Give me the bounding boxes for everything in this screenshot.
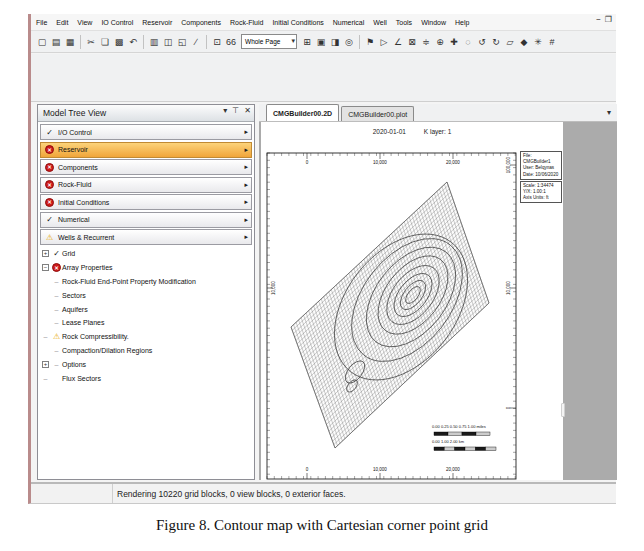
splitter-handle[interactable] (561, 403, 565, 417)
warning-icon (51, 332, 62, 341)
section-list: I/O Control▸Reservoir▸Components▸Rock-Fl… (39, 124, 253, 247)
expand-plus-icon[interactable]: + (40, 250, 51, 257)
probe-icon[interactable]: ⚑ (363, 34, 377, 49)
fit-window-icon[interactable]: ⊡ (210, 34, 224, 49)
tree-item-sectors[interactable]: –Sectors (40, 288, 252, 302)
menu-item-edit[interactable]: Edit (56, 19, 68, 26)
menu-item-numerical[interactable]: Numerical (333, 19, 365, 26)
pointer-icon[interactable]: ▷ (377, 34, 391, 49)
menu-item-components[interactable]: Components (181, 19, 221, 26)
pin-icon[interactable]: ⊤ (232, 106, 239, 115)
menu-item-reservoir[interactable]: Reservoir (142, 19, 172, 26)
chevron-down-icon[interactable]: ▾ (223, 106, 227, 115)
invalid-status-icon (45, 198, 54, 207)
block-select-icon[interactable]: ⊠ (405, 34, 419, 49)
expand-arrow-icon[interactable]: ▸ (244, 181, 248, 189)
minimize-icon[interactable]: − (596, 15, 601, 24)
expand-arrow-icon[interactable]: ▸ (244, 128, 248, 136)
layers-icon[interactable]: ≑ (419, 34, 433, 49)
expand-arrow-icon[interactable]: ▸ (244, 198, 248, 206)
menu-item-initial-conditions[interactable]: Initial Conditions (272, 19, 323, 26)
expand-arrow-icon[interactable]: ▸ (244, 163, 248, 171)
rotate-cw-icon[interactable]: ↻ (489, 34, 503, 49)
paste-icon[interactable]: ▩ (112, 34, 126, 49)
tree-item-lease-planes[interactable]: –Lease Planes (40, 316, 252, 330)
tree-item-grid[interactable]: +Grid (40, 247, 252, 261)
section-wells-recurrent[interactable]: Wells & Recurrent▸ (40, 229, 252, 245)
tree-line: – (51, 292, 62, 299)
tab-cmgbuilder00-2d[interactable]: CMGBuilder00.2D (266, 104, 339, 121)
section-rock-fluid[interactable]: Rock-Fluid▸ (40, 177, 252, 193)
properties-icon[interactable]: ⊞ (300, 34, 314, 49)
expand-arrow-icon[interactable]: ▸ (244, 216, 248, 224)
tree-item-aquifers[interactable]: –Aquifers (40, 302, 252, 316)
map-page[interactable]: 2020-01-01 K layer: 1 0010,00010,00020,0… (261, 122, 563, 480)
menu-item-help[interactable]: Help (455, 19, 469, 26)
tree-item-compaction-dilation-regions[interactable]: –Compaction/Dilation Regions (40, 344, 252, 358)
menu-item-window[interactable]: Window (421, 19, 446, 26)
burst-icon[interactable]: ✳ (531, 34, 545, 49)
map-info-box: File: CMGBuilder1 User: Belqynas Date: 1… (520, 151, 562, 204)
rotate-ccw-icon[interactable]: ↺ (475, 34, 489, 49)
restore-icon[interactable]: ❐ (605, 15, 612, 24)
add-icon[interactable]: ⊕ (433, 34, 447, 49)
page-setup-icon[interactable]: ◱ (175, 34, 189, 49)
menu-item-rock-fluid[interactable]: Rock-Fluid (230, 19, 263, 26)
menu-item-file[interactable]: File (36, 19, 47, 26)
info-file: File: CMGBuilder1 (523, 153, 559, 165)
zoom-level-select[interactable]: Whole Page (241, 34, 297, 49)
collapse-minus-icon[interactable]: − (40, 264, 51, 271)
copy-icon[interactable]: ❏ (98, 34, 112, 49)
svg-text:10,000: 10,000 (506, 281, 511, 295)
zoom-area-icon[interactable]: ◌ (461, 34, 475, 49)
options-icon[interactable]: ◎ (342, 34, 356, 49)
draw-icon[interactable]: ∕ (189, 34, 203, 49)
tree-item-flux-sectors[interactable]: –Flux Sectors (40, 371, 252, 385)
menu-item-well[interactable]: Well (373, 19, 386, 26)
plane-icon[interactable]: ▱ (503, 34, 517, 49)
tab-cmgbuilder00-plot[interactable]: CMGBuilder00.plot (341, 106, 414, 121)
toolbar-separator (359, 35, 360, 49)
section-i-o-control[interactable]: I/O Control▸ (40, 124, 252, 140)
tree-item-label: Lease Planes (62, 319, 104, 326)
section-numerical[interactable]: Numerical▸ (40, 212, 252, 228)
document-tabbar: CMGBuilder00.2DCMGBuilder00.plot▾ (259, 104, 617, 122)
print-icon[interactable]: ▥ (147, 34, 161, 49)
cut-icon[interactable]: ✂ (84, 34, 98, 49)
tree-item-options[interactable]: +–Options (40, 357, 252, 371)
save-icon[interactable]: ▦ (63, 34, 77, 49)
tab-list-icon[interactable]: ▾ (607, 108, 611, 117)
zoom-percent-icon[interactable]: 66 (224, 34, 238, 49)
print-preview-icon[interactable]: ◫ (161, 34, 175, 49)
angle-icon[interactable]: ∠ (391, 34, 405, 49)
report-icon[interactable]: ◨ (328, 34, 342, 49)
grid-hash-icon[interactable]: # (545, 34, 559, 49)
app-window: FileEditViewIO ControlReservoirComponent… (28, 14, 616, 504)
contour-map[interactable]: 0010,00010,00020,00020,000100,00010,0000… (261, 122, 563, 480)
expand-plus-icon[interactable]: + (40, 361, 51, 368)
tree-item-rock-compressibility-[interactable]: –Rock Compressibility. (40, 330, 252, 344)
new-icon[interactable]: ▢ (35, 34, 49, 49)
menu-item-io-control[interactable]: IO Control (101, 19, 133, 26)
tree-item-label: Grid (62, 250, 75, 257)
open-icon[interactable]: ▤ (49, 34, 63, 49)
expand-arrow-icon[interactable]: ▸ (244, 233, 248, 241)
close-icon[interactable]: ✕ (244, 106, 251, 115)
toolbar-separator (206, 35, 207, 49)
undo-icon[interactable]: ↶ (126, 34, 140, 49)
section-components[interactable]: Components▸ (40, 159, 252, 175)
frame-icon[interactable]: ▣ (314, 34, 328, 49)
tree-item-rock-fluid-end-point-property-modificati[interactable]: –Rock-Fluid End-Point Property Modificat… (40, 275, 252, 289)
move-icon[interactable]: ✚ (447, 34, 461, 49)
info-units: Axis Units: ft (523, 195, 559, 201)
document-page: FileEditViewIO ControlReservoirComponent… (0, 0, 644, 551)
diamond-icon[interactable]: ◆ (517, 34, 531, 49)
tree-item-array-properties[interactable]: −Array Properties (40, 261, 252, 275)
menu-item-view[interactable]: View (77, 19, 92, 26)
expand-arrow-icon[interactable]: ▸ (244, 146, 248, 154)
panel-title: Model Tree View (43, 108, 106, 118)
section-reservoir[interactable]: Reservoir▸ (40, 142, 252, 158)
section-initial-conditions[interactable]: Initial Conditions▸ (40, 194, 252, 210)
menu-item-tools[interactable]: Tools (396, 19, 412, 26)
svg-text:0.00 1.00: 0.00 1.00 2.00 km (432, 439, 465, 444)
